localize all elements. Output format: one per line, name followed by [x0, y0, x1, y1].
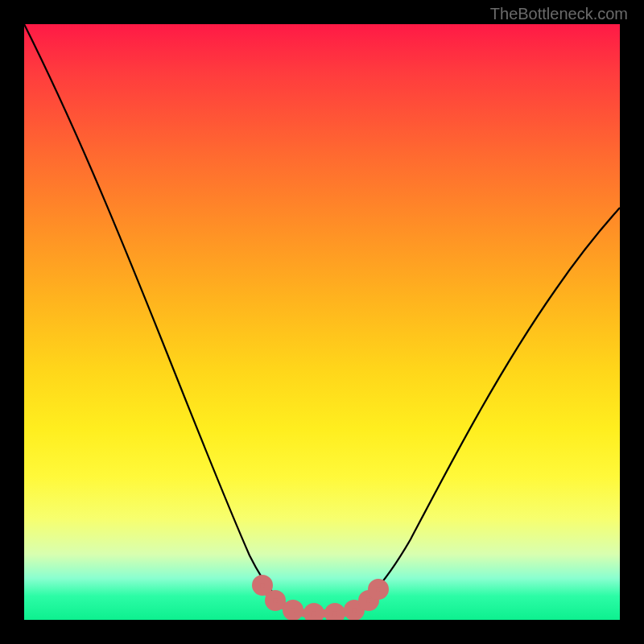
- svg-point-7: [372, 583, 385, 596]
- chart-svg: [24, 24, 620, 620]
- svg-point-3: [308, 607, 320, 620]
- svg-point-1: [269, 594, 282, 607]
- svg-point-5: [348, 604, 361, 617]
- flat-marker-band: [256, 579, 385, 620]
- bottleneck-curve: [24, 24, 620, 612]
- svg-point-0: [256, 579, 269, 592]
- svg-point-2: [287, 604, 299, 617]
- plot-area: [24, 24, 620, 620]
- watermark-text: TheBottleneck.com: [490, 5, 628, 23]
- svg-point-4: [328, 607, 341, 620]
